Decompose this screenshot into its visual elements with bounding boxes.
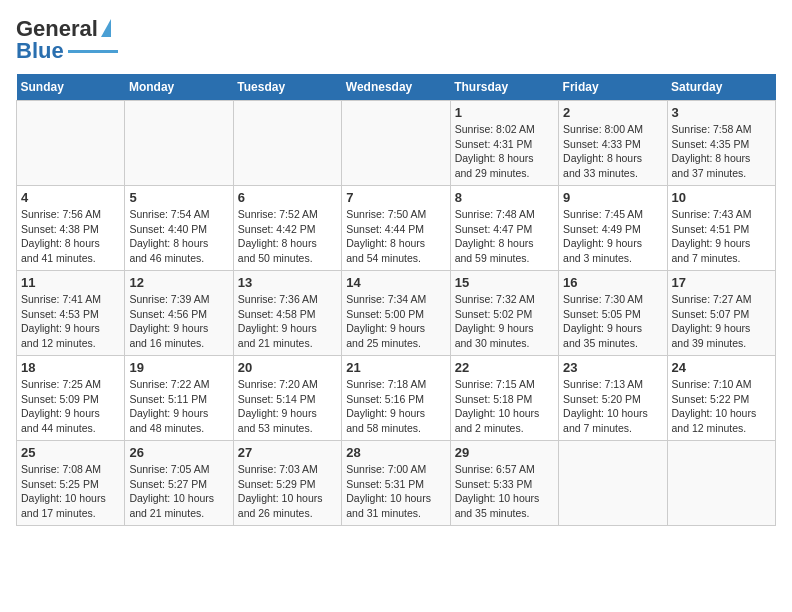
calendar-table: SundayMondayTuesdayWednesdayThursdayFrid… bbox=[16, 74, 776, 526]
day-number: 12 bbox=[129, 275, 228, 290]
calendar-cell: 1Sunrise: 8:02 AM Sunset: 4:31 PM Daylig… bbox=[450, 101, 558, 186]
calendar-cell bbox=[342, 101, 450, 186]
day-info: Sunrise: 7:56 AM Sunset: 4:38 PM Dayligh… bbox=[21, 207, 120, 266]
day-number: 18 bbox=[21, 360, 120, 375]
day-number: 2 bbox=[563, 105, 662, 120]
day-number: 4 bbox=[21, 190, 120, 205]
day-number: 22 bbox=[455, 360, 554, 375]
calendar-cell: 24Sunrise: 7:10 AM Sunset: 5:22 PM Dayli… bbox=[667, 356, 775, 441]
day-info: Sunrise: 7:05 AM Sunset: 5:27 PM Dayligh… bbox=[129, 462, 228, 521]
logo: General Blue bbox=[16, 16, 118, 64]
calendar-week-row: 11Sunrise: 7:41 AM Sunset: 4:53 PM Dayli… bbox=[17, 271, 776, 356]
page-header: General Blue bbox=[16, 16, 776, 64]
weekday-header-tuesday: Tuesday bbox=[233, 74, 341, 101]
calendar-cell bbox=[233, 101, 341, 186]
calendar-cell bbox=[667, 441, 775, 526]
calendar-cell: 4Sunrise: 7:56 AM Sunset: 4:38 PM Daylig… bbox=[17, 186, 125, 271]
day-number: 29 bbox=[455, 445, 554, 460]
calendar-cell: 11Sunrise: 7:41 AM Sunset: 4:53 PM Dayli… bbox=[17, 271, 125, 356]
calendar-cell: 9Sunrise: 7:45 AM Sunset: 4:49 PM Daylig… bbox=[559, 186, 667, 271]
calendar-cell: 12Sunrise: 7:39 AM Sunset: 4:56 PM Dayli… bbox=[125, 271, 233, 356]
calendar-cell bbox=[559, 441, 667, 526]
day-number: 17 bbox=[672, 275, 771, 290]
weekday-header-friday: Friday bbox=[559, 74, 667, 101]
day-info: Sunrise: 7:20 AM Sunset: 5:14 PM Dayligh… bbox=[238, 377, 337, 436]
calendar-week-row: 25Sunrise: 7:08 AM Sunset: 5:25 PM Dayli… bbox=[17, 441, 776, 526]
logo-triangle-icon bbox=[101, 19, 111, 37]
calendar-cell: 25Sunrise: 7:08 AM Sunset: 5:25 PM Dayli… bbox=[17, 441, 125, 526]
weekday-header-saturday: Saturday bbox=[667, 74, 775, 101]
day-info: Sunrise: 7:00 AM Sunset: 5:31 PM Dayligh… bbox=[346, 462, 445, 521]
day-number: 8 bbox=[455, 190, 554, 205]
day-number: 3 bbox=[672, 105, 771, 120]
day-info: Sunrise: 7:48 AM Sunset: 4:47 PM Dayligh… bbox=[455, 207, 554, 266]
day-info: Sunrise: 7:52 AM Sunset: 4:42 PM Dayligh… bbox=[238, 207, 337, 266]
day-info: Sunrise: 7:30 AM Sunset: 5:05 PM Dayligh… bbox=[563, 292, 662, 351]
day-info: Sunrise: 7:08 AM Sunset: 5:25 PM Dayligh… bbox=[21, 462, 120, 521]
calendar-cell: 13Sunrise: 7:36 AM Sunset: 4:58 PM Dayli… bbox=[233, 271, 341, 356]
day-number: 20 bbox=[238, 360, 337, 375]
day-info: Sunrise: 7:45 AM Sunset: 4:49 PM Dayligh… bbox=[563, 207, 662, 266]
day-info: Sunrise: 7:34 AM Sunset: 5:00 PM Dayligh… bbox=[346, 292, 445, 351]
calendar-cell: 28Sunrise: 7:00 AM Sunset: 5:31 PM Dayli… bbox=[342, 441, 450, 526]
day-info: Sunrise: 7:41 AM Sunset: 4:53 PM Dayligh… bbox=[21, 292, 120, 351]
day-number: 14 bbox=[346, 275, 445, 290]
calendar-cell: 6Sunrise: 7:52 AM Sunset: 4:42 PM Daylig… bbox=[233, 186, 341, 271]
day-info: Sunrise: 7:03 AM Sunset: 5:29 PM Dayligh… bbox=[238, 462, 337, 521]
day-number: 28 bbox=[346, 445, 445, 460]
calendar-cell: 19Sunrise: 7:22 AM Sunset: 5:11 PM Dayli… bbox=[125, 356, 233, 441]
calendar-cell: 16Sunrise: 7:30 AM Sunset: 5:05 PM Dayli… bbox=[559, 271, 667, 356]
calendar-cell: 14Sunrise: 7:34 AM Sunset: 5:00 PM Dayli… bbox=[342, 271, 450, 356]
day-number: 26 bbox=[129, 445, 228, 460]
day-number: 13 bbox=[238, 275, 337, 290]
calendar-cell: 7Sunrise: 7:50 AM Sunset: 4:44 PM Daylig… bbox=[342, 186, 450, 271]
weekday-header-sunday: Sunday bbox=[17, 74, 125, 101]
day-info: Sunrise: 7:54 AM Sunset: 4:40 PM Dayligh… bbox=[129, 207, 228, 266]
day-info: Sunrise: 7:25 AM Sunset: 5:09 PM Dayligh… bbox=[21, 377, 120, 436]
day-number: 24 bbox=[672, 360, 771, 375]
day-info: Sunrise: 7:27 AM Sunset: 5:07 PM Dayligh… bbox=[672, 292, 771, 351]
calendar-week-row: 18Sunrise: 7:25 AM Sunset: 5:09 PM Dayli… bbox=[17, 356, 776, 441]
day-info: Sunrise: 7:50 AM Sunset: 4:44 PM Dayligh… bbox=[346, 207, 445, 266]
day-number: 11 bbox=[21, 275, 120, 290]
calendar-cell: 29Sunrise: 6:57 AM Sunset: 5:33 PM Dayli… bbox=[450, 441, 558, 526]
calendar-cell: 3Sunrise: 7:58 AM Sunset: 4:35 PM Daylig… bbox=[667, 101, 775, 186]
day-number: 1 bbox=[455, 105, 554, 120]
day-info: Sunrise: 8:00 AM Sunset: 4:33 PM Dayligh… bbox=[563, 122, 662, 181]
calendar-cell: 2Sunrise: 8:00 AM Sunset: 4:33 PM Daylig… bbox=[559, 101, 667, 186]
calendar-week-row: 1Sunrise: 8:02 AM Sunset: 4:31 PM Daylig… bbox=[17, 101, 776, 186]
day-number: 21 bbox=[346, 360, 445, 375]
day-number: 25 bbox=[21, 445, 120, 460]
day-info: Sunrise: 7:58 AM Sunset: 4:35 PM Dayligh… bbox=[672, 122, 771, 181]
day-number: 7 bbox=[346, 190, 445, 205]
weekday-header-wednesday: Wednesday bbox=[342, 74, 450, 101]
day-info: Sunrise: 6:57 AM Sunset: 5:33 PM Dayligh… bbox=[455, 462, 554, 521]
day-info: Sunrise: 7:10 AM Sunset: 5:22 PM Dayligh… bbox=[672, 377, 771, 436]
logo-blue: Blue bbox=[16, 38, 64, 64]
calendar-cell: 15Sunrise: 7:32 AM Sunset: 5:02 PM Dayli… bbox=[450, 271, 558, 356]
day-number: 23 bbox=[563, 360, 662, 375]
calendar-cell: 20Sunrise: 7:20 AM Sunset: 5:14 PM Dayli… bbox=[233, 356, 341, 441]
day-info: Sunrise: 7:13 AM Sunset: 5:20 PM Dayligh… bbox=[563, 377, 662, 436]
calendar-cell: 23Sunrise: 7:13 AM Sunset: 5:20 PM Dayli… bbox=[559, 356, 667, 441]
day-number: 15 bbox=[455, 275, 554, 290]
day-number: 19 bbox=[129, 360, 228, 375]
calendar-cell: 26Sunrise: 7:05 AM Sunset: 5:27 PM Dayli… bbox=[125, 441, 233, 526]
day-number: 27 bbox=[238, 445, 337, 460]
calendar-week-row: 4Sunrise: 7:56 AM Sunset: 4:38 PM Daylig… bbox=[17, 186, 776, 271]
calendar-cell: 18Sunrise: 7:25 AM Sunset: 5:09 PM Dayli… bbox=[17, 356, 125, 441]
day-info: Sunrise: 7:15 AM Sunset: 5:18 PM Dayligh… bbox=[455, 377, 554, 436]
day-info: Sunrise: 7:43 AM Sunset: 4:51 PM Dayligh… bbox=[672, 207, 771, 266]
calendar-cell: 21Sunrise: 7:18 AM Sunset: 5:16 PM Dayli… bbox=[342, 356, 450, 441]
day-info: Sunrise: 7:39 AM Sunset: 4:56 PM Dayligh… bbox=[129, 292, 228, 351]
weekday-header-monday: Monday bbox=[125, 74, 233, 101]
day-info: Sunrise: 7:36 AM Sunset: 4:58 PM Dayligh… bbox=[238, 292, 337, 351]
day-number: 10 bbox=[672, 190, 771, 205]
day-info: Sunrise: 8:02 AM Sunset: 4:31 PM Dayligh… bbox=[455, 122, 554, 181]
calendar-cell bbox=[125, 101, 233, 186]
day-info: Sunrise: 7:18 AM Sunset: 5:16 PM Dayligh… bbox=[346, 377, 445, 436]
weekday-header-row: SundayMondayTuesdayWednesdayThursdayFrid… bbox=[17, 74, 776, 101]
calendar-cell: 8Sunrise: 7:48 AM Sunset: 4:47 PM Daylig… bbox=[450, 186, 558, 271]
day-number: 16 bbox=[563, 275, 662, 290]
calendar-cell: 17Sunrise: 7:27 AM Sunset: 5:07 PM Dayli… bbox=[667, 271, 775, 356]
